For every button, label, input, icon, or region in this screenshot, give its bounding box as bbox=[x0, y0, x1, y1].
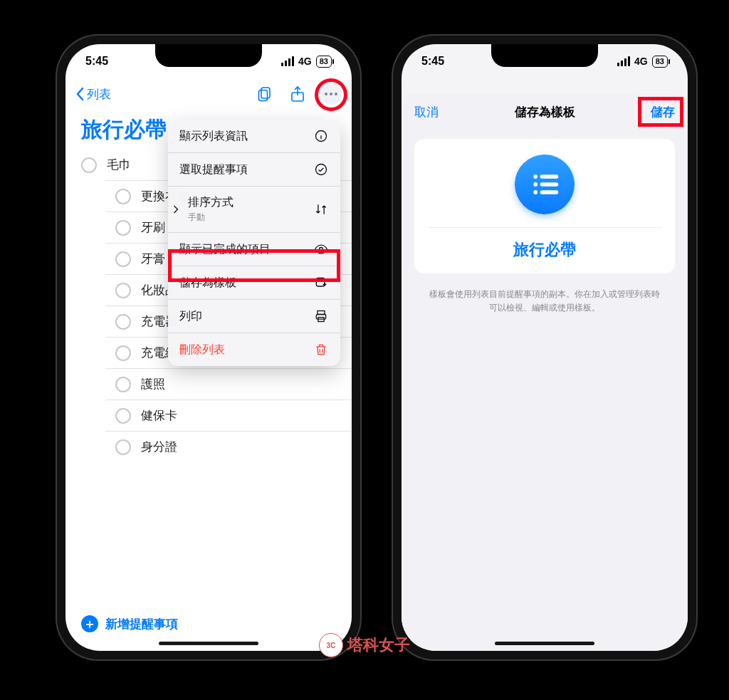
template-name-field[interactable]: 旅行必帶 bbox=[427, 227, 662, 261]
sheet-header: 取消 儲存為樣板 儲存 bbox=[402, 94, 688, 130]
menu-label: 顯示列表資訊 bbox=[179, 129, 248, 144]
cancel-button[interactable]: 取消 bbox=[414, 104, 439, 120]
checkbox-icon[interactable] bbox=[115, 283, 131, 298]
save-template-sheet: 取消 儲存為樣板 儲存 旅行必帶 樣板會使用列 bbox=[402, 94, 688, 651]
iphone-frame-right: 5:45 4G 83 取消 儲存為樣板 儲存 bbox=[392, 34, 698, 661]
reminder-label: 牙膏 bbox=[141, 251, 165, 267]
sort-icon bbox=[313, 202, 329, 217]
check-circle-icon bbox=[313, 162, 329, 177]
status-time: 5:45 bbox=[85, 55, 108, 68]
reminder-label: 護照 bbox=[141, 376, 165, 392]
checkbox-icon[interactable] bbox=[115, 251, 131, 267]
reminder-label: 健保卡 bbox=[141, 407, 177, 424]
list-bullet-icon bbox=[529, 169, 560, 200]
reminder-item[interactable]: 身分證 bbox=[105, 431, 352, 462]
nav-actions bbox=[255, 83, 342, 105]
template-list-icon[interactable] bbox=[515, 155, 575, 214]
menu-label: 排序方式 bbox=[188, 196, 234, 208]
screen-right: 5:45 4G 83 取消 儲存為樣板 儲存 bbox=[402, 44, 688, 651]
share-icon bbox=[289, 85, 306, 103]
status-time: 5:45 bbox=[421, 55, 444, 68]
reminder-label: 毛巾 bbox=[107, 157, 131, 173]
template-card: 旅行必帶 bbox=[414, 139, 675, 273]
notch bbox=[155, 44, 262, 67]
svg-rect-8 bbox=[316, 278, 325, 286]
svg-point-7 bbox=[320, 248, 323, 251]
trash-icon bbox=[313, 342, 329, 357]
svg-rect-0 bbox=[261, 88, 270, 98]
menu-sort-by[interactable]: 排序方式 手動 bbox=[168, 186, 340, 232]
reminder-item[interactable]: 護照 bbox=[105, 368, 352, 399]
svg-point-16 bbox=[533, 190, 537, 194]
info-icon bbox=[313, 128, 329, 144]
back-label: 列表 bbox=[87, 86, 111, 103]
save-button[interactable]: 儲存 bbox=[651, 104, 675, 120]
svg-point-14 bbox=[533, 174, 537, 179]
menu-show-completed[interactable]: 顯示已完成的項目 bbox=[168, 232, 340, 266]
battery-icon: 83 bbox=[652, 56, 668, 68]
more-button[interactable] bbox=[320, 83, 342, 105]
watermark-text: 塔科女子 bbox=[347, 634, 410, 656]
home-indicator[interactable] bbox=[159, 642, 258, 645]
menu-label: 列印 bbox=[179, 309, 202, 324]
menu-show-list-info[interactable]: 顯示列表資訊 bbox=[168, 120, 340, 152]
signal-icon bbox=[617, 56, 630, 66]
menu-label: 顯示已完成的項目 bbox=[179, 242, 271, 257]
menu-label: 選取提醒事項 bbox=[179, 162, 248, 177]
battery-icon: 83 bbox=[316, 56, 332, 68]
signal-icon bbox=[281, 56, 294, 66]
checkbox-icon[interactable] bbox=[115, 439, 131, 455]
checkbox-icon[interactable] bbox=[115, 377, 131, 392]
svg-point-15 bbox=[533, 182, 537, 187]
checkbox-icon[interactable] bbox=[115, 314, 131, 330]
watermark-badge-icon: 3C bbox=[319, 633, 343, 657]
share-button[interactable] bbox=[288, 84, 308, 104]
list-actions-menu: 顯示列表資訊 選取提醒事項 排序方式 手動 顯示已完成的項目 bbox=[168, 120, 340, 366]
menu-print[interactable]: 列印 bbox=[168, 299, 340, 333]
nav-bar: 列表 bbox=[65, 78, 352, 110]
reminder-item[interactable]: 健保卡 bbox=[105, 399, 352, 431]
template-hint-text: 樣板會使用列表目前提醒事項的副本。你在加入或管理列表時可以檢視、編輯或使用樣板。 bbox=[402, 282, 688, 315]
sheet-title: 儲存為樣板 bbox=[515, 104, 575, 120]
status-right: 4G 83 bbox=[617, 56, 668, 68]
menu-sublabel: 手動 bbox=[188, 212, 205, 222]
template-add-icon bbox=[313, 275, 329, 291]
svg-point-6 bbox=[316, 164, 327, 175]
new-reminder-label: 新增提醒事項 bbox=[105, 616, 178, 632]
chevron-right-icon bbox=[168, 187, 184, 232]
printer-icon bbox=[313, 308, 329, 324]
menu-delete-list[interactable]: 刪除列表 bbox=[168, 333, 340, 366]
network-label: 4G bbox=[634, 56, 648, 67]
screen-left: 5:45 4G 83 列表 旅行必帶 bbox=[65, 44, 352, 651]
checkbox-icon[interactable] bbox=[115, 220, 131, 236]
reminder-label: 身分證 bbox=[141, 439, 177, 455]
status-right: 4G 83 bbox=[281, 56, 332, 68]
copy-button[interactable] bbox=[255, 84, 275, 104]
menu-save-as-template[interactable]: 儲存為樣板 bbox=[168, 266, 340, 299]
checkbox-icon[interactable] bbox=[115, 189, 131, 204]
svg-rect-11 bbox=[318, 311, 325, 315]
reminder-label: 牙刷 bbox=[141, 219, 165, 236]
plus-circle-icon: ＋ bbox=[81, 615, 98, 632]
eye-icon bbox=[313, 241, 329, 257]
list-title: 旅行必帶 bbox=[81, 115, 167, 145]
checkbox-icon[interactable] bbox=[81, 157, 97, 173]
back-button[interactable]: 列表 bbox=[75, 86, 111, 103]
home-indicator[interactable] bbox=[495, 642, 594, 645]
iphone-frame-left: 5:45 4G 83 列表 旅行必帶 bbox=[56, 34, 362, 661]
copy-icon bbox=[256, 85, 273, 103]
checkbox-icon[interactable] bbox=[115, 345, 131, 361]
svg-rect-1 bbox=[259, 90, 268, 101]
checkbox-icon[interactable] bbox=[115, 408, 131, 424]
menu-label: 儲存為樣板 bbox=[179, 276, 236, 291]
menu-select-reminders[interactable]: 選取提醒事項 bbox=[168, 152, 340, 186]
new-reminder-button[interactable]: ＋ 新增提醒事項 bbox=[81, 615, 178, 632]
network-label: 4G bbox=[298, 56, 312, 67]
notch bbox=[491, 44, 598, 67]
menu-label: 刪除列表 bbox=[179, 343, 225, 357]
chevron-left-icon bbox=[75, 87, 85, 101]
watermark: 3C 塔科女子 bbox=[319, 633, 410, 657]
